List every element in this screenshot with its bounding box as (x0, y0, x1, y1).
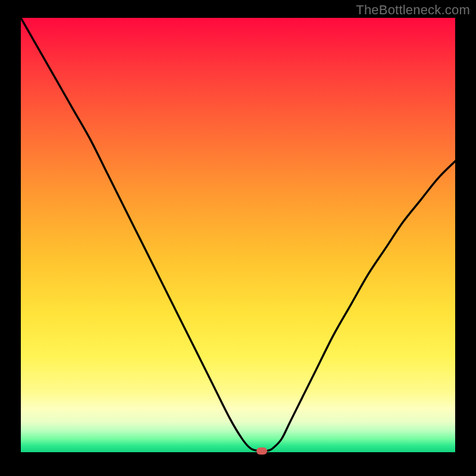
optimal-point-marker (256, 447, 267, 455)
chart-frame: TheBottleneck.com (0, 0, 476, 476)
bottleneck-curve (21, 18, 455, 452)
watermark-text: TheBottleneck.com (356, 2, 470, 18)
